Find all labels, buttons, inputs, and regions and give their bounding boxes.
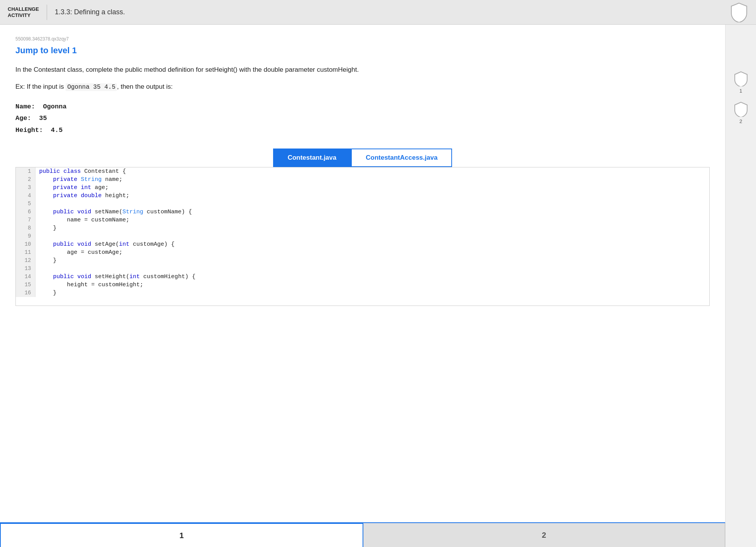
table-row: 8 } bbox=[16, 224, 709, 232]
header-divider bbox=[47, 5, 47, 20]
line-code: public void setHeight(int customHieght) … bbox=[35, 273, 709, 281]
example-line: Ex: If the input is Ogonna 35 4.5, then … bbox=[15, 82, 710, 92]
line-code: private int age; bbox=[35, 184, 709, 192]
line-code bbox=[35, 200, 709, 208]
line-code: private String name; bbox=[35, 176, 709, 184]
line-number: 3 bbox=[16, 184, 35, 192]
jump-to-level-link[interactable]: Jump to level 1 bbox=[15, 46, 710, 56]
table-row: 6 public void setName(String customName)… bbox=[16, 208, 709, 216]
table-row: 14 public void setHeight(int customHiegh… bbox=[16, 273, 709, 281]
line-number: 11 bbox=[16, 248, 35, 257]
table-row: 11 age = customAge; bbox=[16, 248, 709, 257]
line-number: 13 bbox=[16, 265, 35, 273]
bottom-tabs: 1 2 bbox=[0, 522, 725, 547]
challenge-activity-label: CHALLENGE ACTIVITY bbox=[8, 6, 39, 18]
line-number: 9 bbox=[16, 232, 35, 240]
line-number: 1 bbox=[16, 167, 35, 176]
sidebar-level-1[interactable]: 1 bbox=[734, 71, 748, 94]
example-code: Ogonna 35 4.5 bbox=[66, 83, 117, 91]
description-text: In the Contestant class, complete the pu… bbox=[15, 65, 710, 75]
line-number: 14 bbox=[16, 273, 35, 281]
line-number: 5 bbox=[16, 200, 35, 208]
header-shield-icon bbox=[730, 2, 748, 22]
line-code: height = customHeight; bbox=[35, 281, 709, 289]
table-row: 13 bbox=[16, 265, 709, 273]
output-line-2: Age: 35 bbox=[15, 113, 710, 125]
bottom-tab-1[interactable]: 1 bbox=[0, 523, 363, 547]
example-suffix: , then the output is: bbox=[117, 83, 173, 90]
table-row: 10 public void setAge(int customAge) { bbox=[16, 240, 709, 248]
sidebar-level-num-1: 1 bbox=[739, 88, 742, 94]
line-number: 2 bbox=[16, 176, 35, 184]
sidebar-level-2[interactable]: 2 bbox=[734, 101, 748, 124]
table-row: 15 height = customHeight; bbox=[16, 281, 709, 289]
line-number: 16 bbox=[16, 289, 35, 297]
tab-contestant-java[interactable]: Contestant.java bbox=[273, 149, 351, 167]
table-row: 7 name = customName; bbox=[16, 216, 709, 224]
right-sidebar: 1 2 bbox=[725, 25, 756, 547]
line-code: } bbox=[35, 289, 709, 297]
file-tabs: Contestant.java ContestantAccess.java bbox=[15, 149, 710, 167]
table-row: 9 bbox=[16, 232, 709, 240]
header: CHALLENGE ACTIVITY 1.3.3: Defining a cla… bbox=[0, 0, 756, 25]
line-number: 7 bbox=[16, 216, 35, 224]
code-table: 1 public class Contestant { 2 private St… bbox=[16, 167, 709, 297]
line-number: 8 bbox=[16, 224, 35, 232]
code-editor[interactable]: 1 public class Contestant { 2 private St… bbox=[15, 167, 710, 306]
line-code bbox=[35, 232, 709, 240]
table-row: 2 private String name; bbox=[16, 176, 709, 184]
line-code: age = customAge; bbox=[35, 248, 709, 257]
output-line-3: Height: 4.5 bbox=[15, 125, 710, 137]
table-row: 4 private double height; bbox=[16, 192, 709, 200]
line-code bbox=[35, 265, 709, 273]
table-row: 16 } bbox=[16, 289, 709, 297]
example-prefix: Ex: If the input is bbox=[15, 83, 66, 90]
line-code: public void setName(String customName) { bbox=[35, 208, 709, 216]
table-row: 12 } bbox=[16, 257, 709, 265]
line-code: } bbox=[35, 257, 709, 265]
session-id: 550098.3462378.qx3zqy7 bbox=[15, 36, 710, 42]
header-shield-badge bbox=[730, 2, 748, 22]
sidebar-shield-icon-1 bbox=[734, 71, 748, 86]
line-code: } bbox=[35, 224, 709, 232]
line-code: private double height; bbox=[35, 192, 709, 200]
main-container: 550098.3462378.qx3zqy7 Jump to level 1 I… bbox=[0, 25, 756, 547]
content-area: 550098.3462378.qx3zqy7 Jump to level 1 I… bbox=[0, 25, 725, 547]
line-code: name = customName; bbox=[35, 216, 709, 224]
bottom-tab-2[interactable]: 2 bbox=[363, 523, 726, 547]
line-number: 12 bbox=[16, 257, 35, 265]
line-number: 15 bbox=[16, 281, 35, 289]
table-row: 3 private int age; bbox=[16, 184, 709, 192]
output-line-1: Name: Ogonna bbox=[15, 101, 710, 113]
table-row: 5 bbox=[16, 200, 709, 208]
sidebar-level-num-2: 2 bbox=[739, 118, 742, 124]
header-title: 1.3.3: Defining a class. bbox=[55, 8, 125, 16]
sidebar-shield-icon-2 bbox=[734, 101, 748, 117]
tab-contestant-access-java[interactable]: ContestantAccess.java bbox=[351, 149, 452, 167]
line-number: 10 bbox=[16, 240, 35, 248]
line-code: public void setAge(int customAge) { bbox=[35, 240, 709, 248]
line-code: public class Contestant { bbox=[35, 167, 709, 176]
output-block: Name: Ogonna Age: 35 Height: 4.5 bbox=[15, 101, 710, 137]
line-number: 4 bbox=[16, 192, 35, 200]
table-row: 1 public class Contestant { bbox=[16, 167, 709, 176]
line-number: 6 bbox=[16, 208, 35, 216]
